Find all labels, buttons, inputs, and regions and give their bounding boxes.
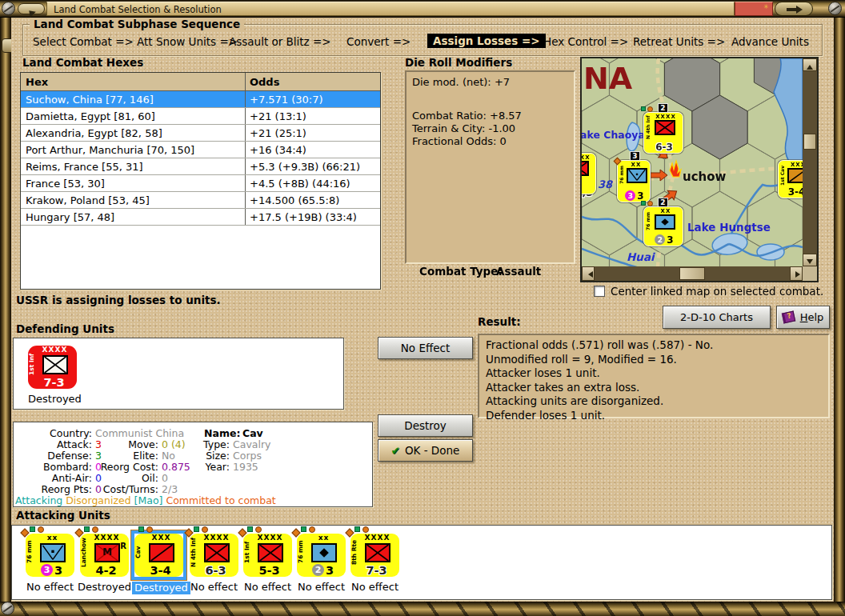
- map-unit-1st-cav[interactable]: XXX 1st Cav 3-4: [778, 160, 803, 198]
- lake-hungtse-label: Lake Hungtse: [687, 221, 771, 234]
- land-combat-dialog: Land Combat Subphase Sequence Select Com…: [11, 18, 834, 602]
- attacking-unit[interactable]: XXXX 1st Inf 5-3 No effect: [241, 527, 294, 594]
- close-button[interactable]: [775, 2, 813, 16]
- window-title: Land Combat Selection & Resolution: [54, 4, 222, 15]
- attacking-unit[interactable]: XXXX N 4th Inf 6-3 No effect: [187, 527, 241, 594]
- charts-button[interactable]: 2-D-10 Charts: [663, 306, 771, 329]
- unit-name: Cav: [242, 427, 263, 439]
- terrain-city: Terrain & City: -1.00: [412, 122, 568, 135]
- table-row[interactable]: France [53, 30]+4.5 (+8B) (44:16): [21, 175, 380, 192]
- table-header: Hex Odds: [21, 73, 380, 91]
- hex-number-label: 38: [598, 178, 614, 190]
- land-combat-hexes-title: Land Combat Hexes: [22, 56, 143, 69]
- map-unit-76mm-1[interactable]: XX 76 mm 33 3: [617, 160, 651, 202]
- subphase-sequence-title: Land Combat Subphase Sequence: [30, 18, 244, 30]
- map-unit-partial[interactable]: XXX: [582, 153, 596, 194]
- window-shade-button[interactable]: [18, 3, 45, 14]
- scroll-right-button[interactable]: [790, 266, 803, 281]
- column-header-odds: Odds: [246, 73, 380, 90]
- table-row[interactable]: Damietta, Egypt [81, 60]+21 (13:1): [21, 108, 380, 125]
- center-map-checkbox[interactable]: [594, 286, 605, 297]
- linked-map[interactable]: NA ake Chaoya uchow Lake Hungtse Huai 38…: [580, 57, 819, 282]
- table-row[interactable]: Port Arthur, Manchuria [70, 150]+16 (34:…: [21, 142, 380, 158]
- lake-chaoyang-label: ake Chaoya: [582, 129, 645, 141]
- attacking-unit[interactable]: XXXX R Lanchow M 4-2 Destroyed: [78, 527, 131, 594]
- map-horizontal-scrollbar[interactable]: [582, 266, 803, 281]
- step-assault-or-blitz: Assault or Blitz =>: [229, 35, 331, 48]
- unit-year: 1935: [233, 461, 258, 473]
- screw-icon: [828, 2, 842, 15]
- horizontal-scroll-thumb[interactable]: [679, 267, 705, 280]
- screw-icon: [2, 2, 15, 15]
- fractional-odds: Fractional Odds: 0: [412, 135, 568, 148]
- stack-badge: 2: [658, 198, 668, 207]
- step-convert: Convert =>: [346, 35, 410, 48]
- attacking-units-panel: xx 76 mm 33 No effect XXXX R Lanchow M 4: [11, 525, 832, 600]
- subphase-sequence-group: Land Combat Subphase Sequence Select Com…: [22, 24, 823, 56]
- table-row[interactable]: Alexandria, Egypt [82, 58]+21 (25:1): [21, 125, 380, 142]
- land-combat-hexes-table: Hex Odds Suchow, China [77, 146]+7.571 (…: [20, 72, 381, 290]
- destroy-button[interactable]: Destroy: [378, 414, 473, 437]
- scroll-left-button[interactable]: [582, 266, 595, 281]
- attacking-unit[interactable]: XXXX 8th Rte 7-3 No effect: [348, 527, 402, 594]
- check-icon: ✔: [391, 444, 400, 457]
- scroll-down-button[interactable]: [803, 254, 817, 266]
- result-line: Attacker loses 1 unit.: [486, 366, 822, 381]
- unit-status-line: Attacking Disorganized [Mao] Committed t…: [15, 494, 276, 506]
- attacking-units-title: Attacking Units: [16, 509, 110, 522]
- help-button[interactable]: Help: [776, 306, 830, 329]
- combat-ratio: Combat Ratio: +8.57: [412, 110, 568, 122]
- defending-unit[interactable]: XXXX 1st Inf 7-3 Destroyed: [28, 346, 77, 406]
- attacking-unit[interactable]: xx 76 mm 23 No effect: [294, 527, 348, 594]
- vertical-scroll-thumb[interactable]: [803, 134, 816, 150]
- result-line: Fractional odds (.571) roll was (.587) -…: [486, 338, 822, 353]
- unit-status: No effect: [190, 581, 238, 594]
- unit-status: No effect: [298, 581, 345, 594]
- unit-status: Destroyed: [132, 582, 190, 594]
- combat-type-label: Combat Type:: [419, 265, 503, 278]
- map-unit-n4th-inf[interactable]: XXXX N 4th Inf 6-3 2: [643, 112, 683, 154]
- titlebar-red-segment: [735, 2, 773, 16]
- result-line: Defender loses 1 unit.: [486, 409, 822, 423]
- die-roll-modifiers-title: Die Roll Modifiers: [405, 56, 512, 69]
- step-retreat-units: Retreat Units =>: [633, 35, 725, 48]
- help-book-icon: [781, 311, 795, 324]
- map-region-label: NA: [583, 61, 633, 96]
- unit-status: No effect: [244, 581, 291, 594]
- bottom-frame: [0, 602, 845, 616]
- stack-badge: 2: [658, 103, 668, 113]
- result-line: Unmodified roll = 9, Modified = 16.: [486, 353, 822, 367]
- map-vertical-scrollbar[interactable]: [803, 58, 817, 266]
- table-row[interactable]: Reims, France [55, 31]+5.3 (+9.3B) (66:2…: [21, 158, 380, 175]
- scrollbar-corner: [803, 266, 817, 281]
- step-advance-units: Advance Units: [731, 35, 809, 48]
- result-box: Fractional odds (.571) roll was (.587) -…: [478, 334, 830, 418]
- title-strip: Land Combat Selection & Resolution: [46, 2, 735, 16]
- step-assign-losses-active: Assign Losses =>: [427, 34, 546, 48]
- unit-status: Destroyed: [78, 581, 131, 594]
- attacking-unit-selected[interactable]: XXX Cav 3-4 Destroyed: [132, 527, 186, 594]
- die-roll-modifiers-box: Die mod. (net): +7 Combat Ratio: +8.57 T…: [405, 70, 575, 264]
- unit-type: Cavalry: [233, 438, 270, 450]
- title-bar: Land Combat Selection & Resolution: [0, 0, 845, 18]
- ok-done-button[interactable]: ✔OK - Done: [378, 439, 473, 462]
- map-view[interactable]: NA ake Chaoya uchow Lake Hungtse Huai 38…: [582, 58, 803, 266]
- scroll-up-button[interactable]: [803, 58, 817, 71]
- center-map-label: Center linked map on selected combat.: [611, 285, 823, 298]
- defending-unit-status: Destroyed: [28, 393, 82, 406]
- result-line: Attacker takes an extra loss.: [486, 381, 822, 395]
- no-effect-button[interactable]: No Effect: [378, 337, 473, 359]
- unit-status: No effect: [351, 581, 398, 594]
- huai-river-label: Huai: [627, 250, 656, 263]
- suchow-label: uchow: [683, 170, 727, 184]
- map-unit-76mm-2[interactable]: XX 76 mm 23 2: [643, 206, 683, 246]
- result-title: Result:: [478, 315, 521, 328]
- table-row[interactable]: Hungary [57, 48]+17.5 (+19B) (33:4): [21, 209, 380, 226]
- combat-type-value: Assault: [496, 265, 541, 278]
- unit-cost-turns: 2/3: [162, 483, 178, 495]
- column-header-hex: Hex: [21, 73, 246, 90]
- center-map-option[interactable]: Center linked map on selected combat.: [594, 285, 823, 298]
- table-row[interactable]: Suchow, China [77, 146]+7.571 (30:7): [21, 91, 380, 108]
- table-row[interactable]: Krakow, Poland [53, 45]+14.500 (65.5:8): [21, 192, 380, 209]
- attacking-unit[interactable]: xx 76 mm 33 No effect: [23, 527, 77, 594]
